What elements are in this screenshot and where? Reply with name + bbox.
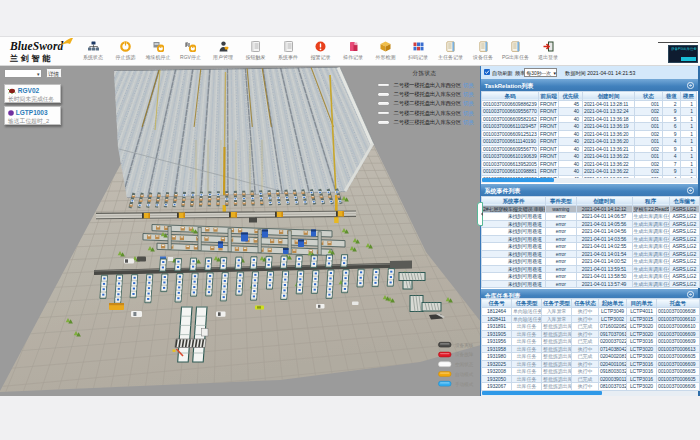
svg-text:设备离线: 设备离线 xyxy=(455,342,474,349)
svg-text:自动模式: 自动模式 xyxy=(455,372,474,377)
svg-text:手动模式: 手动模式 xyxy=(455,381,474,387)
svg-text:设备故障: 设备故障 xyxy=(455,351,474,358)
